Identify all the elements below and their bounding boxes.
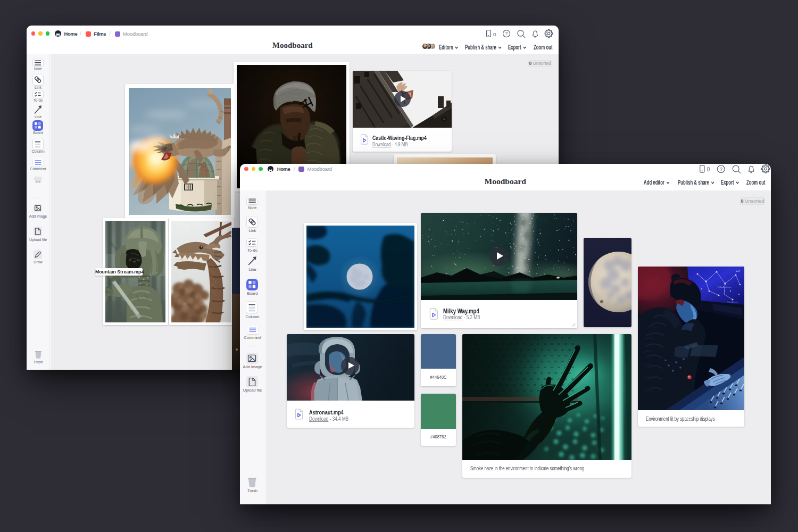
svg-text:0: 0 xyxy=(707,167,710,172)
svg-text:?: ? xyxy=(720,166,722,172)
svg-text:?: ? xyxy=(505,31,508,36)
svg-text:0: 0 xyxy=(493,31,496,37)
